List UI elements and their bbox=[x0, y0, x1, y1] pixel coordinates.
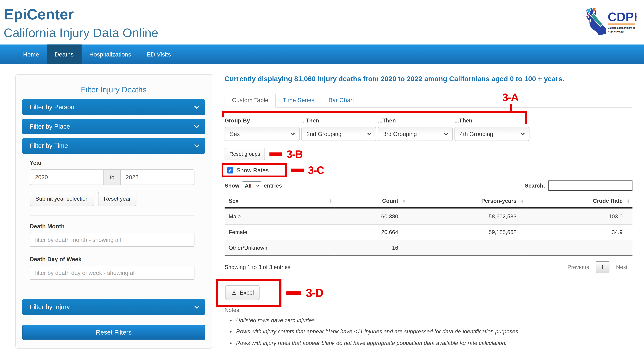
main-navbar: Home Deaths Hospitalizations ED Visits bbox=[0, 44, 644, 64]
entries-length-select[interactable]: All bbox=[242, 181, 261, 190]
accordion-filter-by-time[interactable]: Filter by Time bbox=[22, 138, 205, 154]
cell-sex: Other/Unknown bbox=[224, 240, 335, 256]
nav-item-home[interactable]: Home bbox=[15, 44, 47, 64]
annotation-3c-label: 3-C bbox=[308, 165, 324, 176]
epicenter-page: EpiCenter California Injury Data Online … bbox=[0, 0, 644, 349]
search-label: Search: bbox=[525, 182, 545, 189]
death-day-of-week-label: Death Day of Week bbox=[30, 256, 205, 262]
table-row: Female 20,664 59,185,662 34.9 bbox=[224, 224, 632, 240]
chevron-down-icon bbox=[194, 303, 200, 308]
cell-sex: Male bbox=[224, 208, 335, 224]
year-label: Year bbox=[30, 160, 205, 166]
accordion-filter-by-injury[interactable]: Filter by Injury bbox=[22, 299, 205, 315]
column-header-label: Crude Rate bbox=[593, 198, 622, 204]
annotation-3d-dash bbox=[286, 291, 301, 295]
nav-item-ed-visits[interactable]: ED Visits bbox=[139, 44, 179, 64]
cell-count: 20,664 bbox=[335, 224, 408, 240]
nav-item-deaths[interactable]: Deaths bbox=[47, 44, 82, 64]
pagination-next[interactable]: Next bbox=[611, 262, 632, 273]
annotation-3a-bracket-right-tick bbox=[525, 113, 527, 124]
excel-export-button[interactable]: Excel bbox=[225, 285, 260, 300]
chevron-down-icon bbox=[521, 131, 525, 135]
cell-person-years: 59,185,662 bbox=[408, 224, 526, 240]
reset-groups-button[interactable]: Reset groups bbox=[224, 148, 265, 160]
accordion-label: Filter by Person bbox=[30, 104, 74, 111]
chevron-down-icon bbox=[444, 131, 448, 135]
divider bbox=[30, 215, 194, 216]
results-table: Sex Count Person-years Crude Rate bbox=[224, 194, 632, 256]
chevron-down-icon bbox=[291, 131, 295, 135]
nav-item-hospitalizations[interactable]: Hospitalizations bbox=[82, 44, 139, 64]
sort-icon[interactable] bbox=[402, 199, 406, 203]
accordion-label: Filter by Place bbox=[30, 123, 70, 130]
annotation-3c-box: Show Rates bbox=[222, 163, 287, 177]
accordion-filter-by-place[interactable]: Filter by Place bbox=[22, 119, 205, 134]
group-by-select-1[interactable]: Sex bbox=[224, 127, 300, 141]
accordion-label: Filter by Time bbox=[30, 142, 68, 150]
chevron-down-icon bbox=[194, 103, 200, 108]
cell-sex: Female bbox=[224, 224, 335, 240]
tab-custom-table[interactable]: Custom Table bbox=[224, 93, 276, 108]
notes-title: Notes: bbox=[224, 307, 632, 313]
filter-by-time-panel: Year to Submit year selection Reset year… bbox=[22, 154, 205, 296]
select-value: 3rd Grouping bbox=[383, 130, 417, 137]
column-header-sex[interactable]: Sex bbox=[224, 194, 335, 208]
select-value: Sex bbox=[230, 130, 240, 137]
sort-icon[interactable] bbox=[521, 199, 524, 203]
then-label-3: ...Then bbox=[378, 118, 454, 124]
reset-year-button[interactable]: Reset year bbox=[98, 192, 136, 206]
show-rates-label: Show Rates bbox=[236, 167, 269, 174]
showing-entries-text: Showing 1 to 3 of 3 entries bbox=[224, 264, 290, 270]
search-input[interactable] bbox=[548, 180, 632, 191]
sort-icon[interactable] bbox=[329, 199, 332, 203]
select-value: 2nd Grouping bbox=[306, 130, 342, 137]
then-label-4: ...Then bbox=[454, 118, 531, 124]
annotation-3b-label: 3-B bbox=[286, 149, 302, 160]
group-by-select-4[interactable]: 4th Grouping bbox=[454, 127, 530, 141]
site-title: EpiCenter bbox=[4, 6, 74, 23]
annotation-3c-dash bbox=[291, 168, 304, 172]
accordion-filter-by-person[interactable]: Filter by Person bbox=[22, 99, 205, 115]
column-header-label: Count bbox=[382, 198, 398, 204]
reset-filters-button[interactable]: Reset Filters bbox=[22, 325, 205, 340]
column-header-person-years[interactable]: Person-years bbox=[408, 194, 526, 208]
download-icon bbox=[231, 290, 237, 296]
column-header-label: Sex bbox=[228, 198, 238, 204]
note-item: Unlisted rows have zero injuries. bbox=[236, 316, 632, 325]
show-rates-checkbox[interactable] bbox=[227, 167, 233, 173]
grouping-section: 3-A Group By ...Then ...Then ...Then Sex… bbox=[224, 108, 632, 141]
cdph-logo: CDPH California Department of Public Hea… bbox=[579, 2, 636, 42]
annotation-3a-stem bbox=[510, 104, 512, 111]
year-to-input[interactable] bbox=[120, 169, 194, 185]
death-month-input[interactable] bbox=[30, 233, 194, 247]
notes-list: Unlisted rows have zero injuries. Rows w… bbox=[236, 316, 632, 349]
annotation-3a-label: 3-A bbox=[502, 92, 518, 102]
table-row: Male 60,380 58,602,533 103.0 bbox=[224, 208, 632, 224]
pagination-previous[interactable]: Previous bbox=[562, 262, 594, 273]
death-day-of-week-input[interactable] bbox=[30, 266, 194, 280]
submit-year-button[interactable]: Submit year selection bbox=[30, 192, 94, 206]
note-item: Rows with injury rates that appear blank… bbox=[236, 339, 632, 347]
group-by-select-3[interactable]: 3rd Grouping bbox=[378, 127, 453, 141]
cell-person-years: 58,602,533 bbox=[408, 208, 526, 224]
column-header-crude-rate[interactable]: Crude Rate bbox=[526, 194, 632, 208]
cdph-org-line1: California Department of bbox=[608, 26, 635, 30]
show-entries-prefix: Show bbox=[224, 182, 239, 189]
annotation-3a-bracket-left-tick bbox=[222, 113, 224, 117]
excel-button-label: Excel bbox=[240, 289, 254, 296]
year-from-input[interactable] bbox=[30, 169, 104, 185]
column-header-count[interactable]: Count bbox=[335, 194, 408, 208]
cell-crude-rate: 103.0 bbox=[526, 208, 632, 224]
table-header-row: Sex Count Person-years Crude Rate bbox=[224, 194, 632, 208]
site-subtitle: California Injury Data Online bbox=[4, 26, 158, 40]
filter-sidebar: Filter Injury Deaths Filter by Person Fi… bbox=[15, 74, 212, 348]
result-tabs: Custom Table Time Series Bar Chart bbox=[224, 93, 632, 108]
cell-person-years bbox=[408, 240, 526, 256]
group-by-select-2[interactable]: 2nd Grouping bbox=[301, 127, 376, 141]
tab-bar-chart[interactable]: Bar Chart bbox=[322, 93, 361, 107]
chevron-down-icon bbox=[194, 142, 200, 147]
pagination-page-1[interactable]: 1 bbox=[596, 261, 610, 273]
tab-time-series[interactable]: Time Series bbox=[276, 93, 322, 107]
sort-icon[interactable] bbox=[627, 199, 630, 203]
sidebar-title: Filter Injury Deaths bbox=[22, 85, 205, 94]
